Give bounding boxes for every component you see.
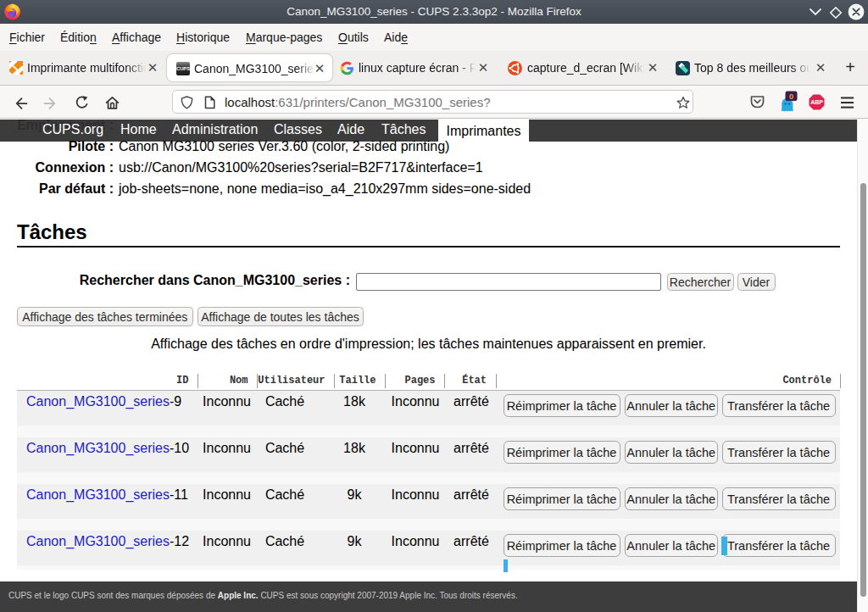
svg-text:0: 0 [789,92,793,101]
svg-text:ABP: ABP [810,98,823,106]
